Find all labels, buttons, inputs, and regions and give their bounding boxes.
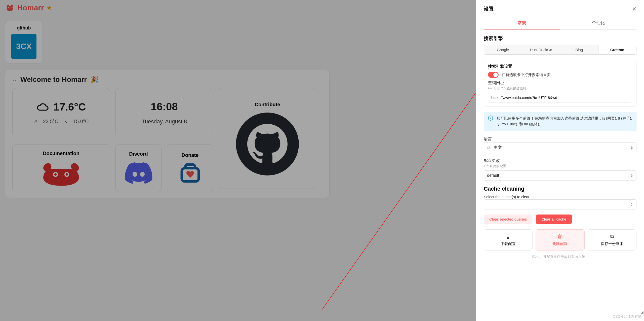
tab-general[interactable]: 常规 (484, 17, 560, 29)
close-icon[interactable]: ✕ (632, 6, 636, 12)
chevron-updown-icon: ▲▼ (630, 146, 633, 150)
info-icon: i (488, 116, 493, 121)
upload-tip: 提示。 将配置文件拖放到页面上传！ (484, 255, 636, 259)
config-label: 配置更改 (484, 158, 636, 163)
download-icon: ⭳ (506, 234, 511, 239)
tab-personalize[interactable]: 个性化 (560, 17, 637, 29)
search-engine-heading: 搜索引擎 (484, 35, 636, 42)
copy-config-button[interactable]: ⧉ 保存一份副本 (588, 229, 636, 251)
settings-tabs: 常规 个性化 (484, 17, 636, 30)
new-tab-toggle[interactable] (488, 72, 499, 78)
cache-heading: Cache cleaning (484, 186, 636, 192)
chevron-updown-icon: ▲▼ (630, 202, 633, 207)
url-label: 查询网址 (488, 80, 632, 86)
language-value: 中文 (494, 145, 628, 150)
config-select[interactable]: default ▲▼ (484, 170, 636, 181)
info-text: 您可以使用多个前缀！在您的查询前加入这些前缀以过滤结果：!s (网页), !t … (497, 116, 632, 127)
search-settings-box: 搜索引擎设置 在新选项卡中打开搜索结果页 查询网址 %s 可以作为查询的占位符。 (484, 60, 636, 107)
config-hint: 1 个可用的配置 (484, 164, 636, 168)
query-url-input[interactable] (488, 93, 632, 102)
delete-label: 删除配置 (552, 241, 568, 246)
search-engine-segmented: Google DuckDuckGo Bing Custom (484, 45, 636, 55)
download-label: 下载配置 (501, 241, 516, 246)
new-tab-label: 在新选项卡中打开搜索结果页 (502, 73, 551, 77)
language-select[interactable]: CN 中文 ▲▼ (484, 142, 636, 153)
seg-duckduckgo[interactable]: DuckDuckGo (522, 45, 560, 54)
copy-label: 保存一份副本 (601, 241, 623, 246)
cache-select-label: Select the cache(s) to clear (484, 195, 636, 199)
download-config-button[interactable]: ⭳ 下载配置 (484, 229, 533, 251)
seg-bing[interactable]: Bing (560, 45, 598, 54)
url-hint: %s 可以作为查询的占位符。 (488, 86, 632, 91)
cache-select[interactable]: ▲▼ (484, 199, 636, 209)
clear-selected-button[interactable]: Clear selected queries (484, 215, 532, 224)
delete-config-button[interactable]: 🗑 删除配置 (536, 229, 584, 251)
info-box: i 您可以使用多个前缀！在您的查询前加入这些前缀以过滤结果：!s (网页), !… (484, 112, 636, 131)
panel-title: 设置 (484, 6, 494, 12)
chevron-updown-icon: ▲▼ (630, 173, 633, 178)
seg-custom[interactable]: Custom (598, 45, 636, 54)
copy-icon: ⧉ (610, 234, 614, 239)
clear-all-button[interactable]: Clear all cache (536, 215, 572, 224)
language-prefix: CN (487, 146, 491, 150)
seg-google[interactable]: Google (484, 45, 522, 54)
search-settings-heading: 搜索引擎设置 (488, 64, 632, 69)
trash-icon: 🗑 (557, 234, 562, 239)
resize-grip-icon: ◢ (641, 310, 643, 314)
language-label: 语言 (484, 136, 636, 142)
config-value: default (487, 173, 628, 178)
settings-panel: 设置 ✕ 常规 个性化 搜索引擎 Google DuckDuckGo Bing … (476, 0, 644, 321)
watermark: CSDN @江湖有缘 (613, 314, 641, 319)
